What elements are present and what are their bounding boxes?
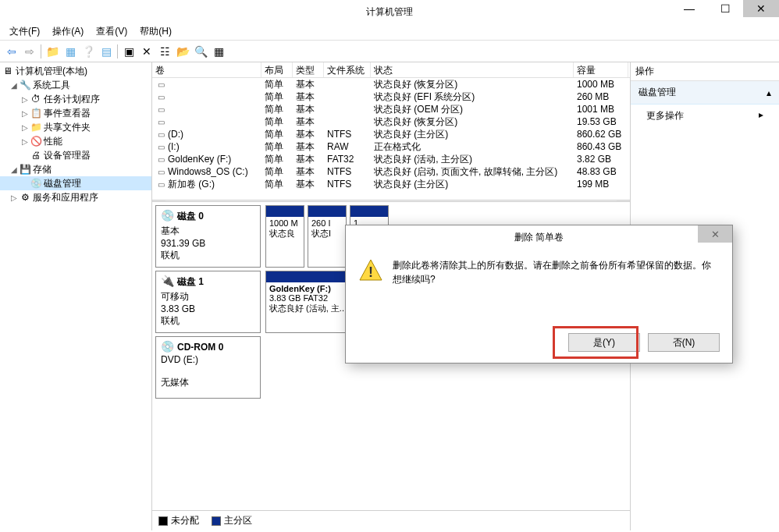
action6-button[interactable]: ▦	[210, 43, 227, 60]
expand-icon[interactable]: ▷	[20, 137, 30, 146]
disk-partition[interactable]: GoldenKey (F:) 3.83 GB FAT32状态良好 (活动, 主.…	[265, 271, 350, 333]
action2-button[interactable]: ✕	[138, 43, 155, 60]
tree-shared-folders-label: 共享文件夹	[44, 121, 91, 134]
dialog-body: ! 删除此卷将清除其上的所有数据。请在删除之前备份所有希望保留的数据。你想继续吗…	[346, 249, 732, 296]
dialog-titlebar: 删除 简单卷 ✕	[346, 225, 732, 249]
table-row[interactable]: ▭GoldenKey (F:) 简单 基本 FAT32 状态良好 (活动, 主分…	[152, 153, 630, 165]
scroll-left-icon[interactable]: ◀	[152, 200, 165, 201]
volume-icon: ▭	[155, 81, 166, 89]
tree-disk-management-label: 磁盘管理	[44, 177, 81, 190]
action4-button[interactable]: 📂	[174, 43, 191, 60]
drive-icon: 💿	[161, 340, 174, 353]
maximize-button[interactable]: ☐	[707, 0, 743, 17]
no-button[interactable]: 否(N)	[648, 333, 720, 352]
menu-file[interactable]: 文件(F)	[3, 23, 46, 40]
expand-icon[interactable]: ◢	[9, 165, 19, 174]
warning-icon: !	[358, 258, 383, 283]
dialog-message: 删除此卷将清除其上的所有数据。请在删除之前备份所有希望保留的数据。你想继续吗?	[393, 258, 720, 286]
col-capacity[interactable]: 容量	[574, 62, 628, 77]
disk-info[interactable]: 💿CD-ROM 0 DVD (E:) 无媒体	[155, 336, 261, 399]
table-row[interactable]: ▭(D:) 简单 基本 NTFS 状态良好 (主分区) 860.62 GB	[152, 128, 630, 140]
disk-partition[interactable]: 260 I状态I	[308, 205, 347, 268]
col-layout[interactable]: 布局	[261, 62, 293, 77]
drive-icon: 🔌	[161, 275, 174, 287]
tree-event-viewer-label: 事件查看器	[44, 107, 91, 120]
folder-icon: 📁	[30, 121, 42, 133]
tree-panel: 🖥 计算机管理(本地) ◢ 🔧 系统工具 ▷ ⏱ 任务计划程序 ▷ 📋 事件查看…	[0, 62, 152, 530]
confirm-dialog: 删除 简单卷 ✕ ! 删除此卷将清除其上的所有数据。请在删除之前备份所有希望保留…	[345, 225, 733, 364]
menu-view[interactable]: 查看(V)	[90, 23, 133, 40]
tree-task-scheduler[interactable]: ▷ ⏱ 任务计划程序	[0, 92, 151, 106]
tree-disk-management[interactable]: 💿 磁盘管理	[0, 176, 151, 190]
expand-icon[interactable]: ▷	[20, 95, 30, 104]
back-button[interactable]: ⇦	[3, 43, 20, 60]
col-status[interactable]: 状态	[371, 62, 574, 77]
dialog-title-text: 删除 简单卷	[514, 231, 564, 244]
volume-icon: ▭	[155, 180, 166, 188]
volume-icon: ▭	[155, 144, 166, 151]
menu-action[interactable]: 操作(A)	[46, 23, 90, 40]
tree-system-tools[interactable]: ◢ 🔧 系统工具	[0, 78, 151, 92]
dialog-close-button[interactable]: ✕	[698, 225, 732, 243]
storage-icon: 💾	[19, 163, 31, 176]
tree-shared-folders[interactable]: ▷ 📁 共享文件夹	[0, 120, 151, 134]
yes-button[interactable]: 是(Y)	[568, 333, 640, 352]
actions-disk-mgmt[interactable]: 磁盘管理 ▴	[631, 81, 779, 105]
col-type[interactable]: 类型	[293, 62, 324, 77]
tree-task-scheduler-label: 任务计划程序	[44, 93, 100, 106]
scheduler-icon: ⏱	[30, 93, 42, 105]
minimize-button[interactable]: —	[671, 0, 707, 17]
col-volume[interactable]: 卷	[152, 62, 261, 77]
tree-root[interactable]: 🖥 计算机管理(本地)	[0, 64, 151, 78]
drive-icon: 💿	[161, 209, 174, 222]
forward-button[interactable]: ⇨	[21, 43, 38, 60]
tree-services-label: 服务和应用程序	[33, 191, 98, 204]
tree-performance[interactable]: ▷ 🚫 性能	[0, 134, 151, 148]
legend-box-black	[158, 516, 168, 526]
disk-info[interactable]: 💿磁盘 0 基本 931.39 GB 联机	[155, 205, 261, 268]
help-toolbar-button[interactable]: ❔	[80, 43, 97, 60]
table-row[interactable]: ▭(I:) 简单 基本 RAW 正在格式化 860.43 GB	[152, 140, 630, 153]
tools-icon: 🔧	[19, 79, 31, 91]
tree-device-manager-label: 设备管理器	[44, 149, 91, 162]
tree-device-manager[interactable]: 🖨 设备管理器	[0, 148, 151, 162]
expand-icon[interactable]: ▷	[20, 123, 30, 132]
expand-icon[interactable]: ◢	[9, 81, 19, 90]
table-row[interactable]: ▭Windows8_OS (C:) 简单 基本 NTFS 状态良好 (启动, 页…	[152, 165, 630, 178]
close-button[interactable]: ✕	[743, 0, 779, 17]
toolbar: ⇦ ⇨ 📁 ▦ ❔ ▤ ▣ ✕ ☷ 📂 🔍 ▦	[0, 41, 779, 62]
up-button[interactable]: 📁	[44, 43, 61, 60]
device-icon: 🖨	[30, 149, 42, 161]
col-filesystem[interactable]: 文件系统	[324, 62, 371, 77]
hscrollbar[interactable]: ◀ ▶	[152, 200, 630, 201]
tree-services[interactable]: ▷ ⚙ 服务和应用程序	[0, 190, 151, 204]
disk-partition[interactable]: 1000 M状态良	[265, 205, 304, 268]
actions-more[interactable]: 更多操作 ▸	[631, 105, 779, 127]
action1-button[interactable]: ▣	[120, 43, 137, 60]
menu-help[interactable]: 帮助(H)	[133, 23, 178, 40]
actions-disk-mgmt-label: 磁盘管理	[638, 86, 676, 99]
actions-header: 操作	[631, 62, 779, 81]
tree-event-viewer[interactable]: ▷ 📋 事件查看器	[0, 106, 151, 120]
expand-icon[interactable]: ▷	[20, 109, 30, 118]
table-row[interactable]: ▭ 简单 基本 状态良好 (恢复分区) 1000 MB	[152, 78, 630, 90]
table-row[interactable]: ▭ 简单 基本 状态良好 (EFI 系统分区) 260 MB	[152, 90, 630, 103]
table-row[interactable]: ▭ 简单 基本 状态良好 (OEM 分区) 1001 MB	[152, 103, 630, 115]
tree-storage[interactable]: ◢ 💾 存储	[0, 162, 151, 176]
tree-storage-label: 存储	[33, 163, 52, 176]
expand-icon[interactable]: ▷	[9, 193, 19, 202]
show-button[interactable]: ▦	[62, 43, 79, 60]
computer-icon: 🖥	[2, 65, 14, 77]
tree-system-tools-label: 系统工具	[33, 79, 70, 92]
table-row[interactable]: ▭ 简单 基本 状态良好 (恢复分区) 19.53 GB	[152, 115, 630, 128]
tree-performance-label: 性能	[44, 135, 62, 148]
refresh-button[interactable]: 🔍	[192, 43, 209, 60]
scroll-right-icon[interactable]: ▶	[617, 200, 630, 201]
legend-primary: 主分区	[212, 514, 252, 527]
disk-info[interactable]: 🔌磁盘 1 可移动 3.83 GB 联机	[155, 271, 261, 333]
action3-button[interactable]: ☷	[156, 43, 173, 60]
volume-icon: ▭	[155, 168, 166, 176]
table-row[interactable]: ▭新加卷 (G:) 简单 基本 NTFS 状态良好 (主分区) 199 MB	[152, 178, 630, 190]
legend: 未分配 主分区	[152, 510, 630, 530]
view-button[interactable]: ▤	[98, 43, 115, 60]
